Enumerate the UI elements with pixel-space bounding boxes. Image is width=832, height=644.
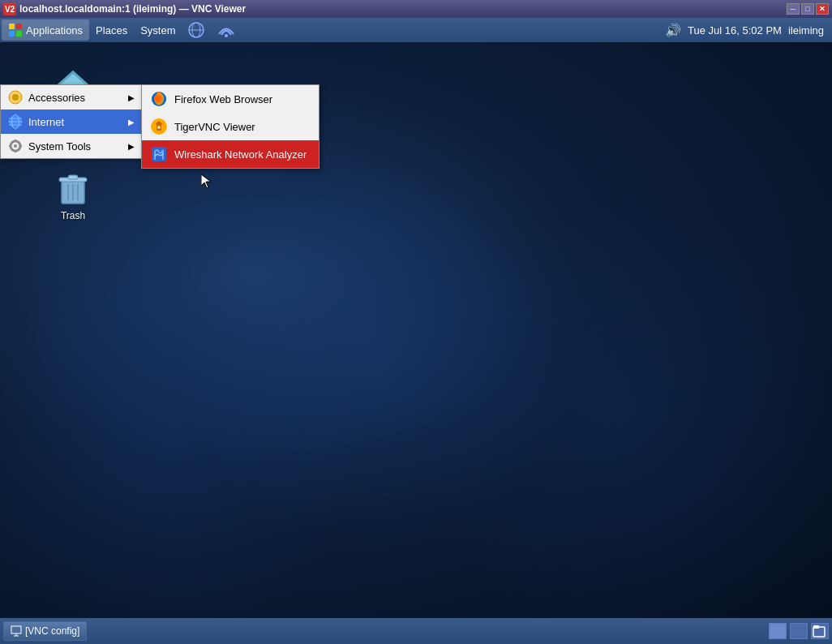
svg-rect-1 <box>16 24 22 29</box>
menu-item-accessories[interactable]: Accessories ▶ <box>1 85 141 109</box>
taskbar: [VNC config] <box>0 618 832 644</box>
menu-item-internet[interactable]: Internet ▶ <box>1 109 141 134</box>
desktop-icon-trash[interactable]: Trash <box>41 168 105 221</box>
wireshark-icon <box>150 145 168 163</box>
menu-item-system-tools[interactable]: System Tools ▶ <box>1 134 141 158</box>
system-tools-arrow: ▶ <box>128 142 135 151</box>
svg-rect-26 <box>9 145 11 147</box>
minimize-button[interactable]: ─ <box>787 3 800 15</box>
submenu-item-firefox[interactable]: Firefox Web Browser <box>142 85 319 113</box>
system-tools-label: System Tools <box>28 140 91 152</box>
submenu-item-wireshark[interactable]: Wireshark Network Analyzer <box>142 140 319 168</box>
applications-icon <box>8 23 23 37</box>
svg-rect-37 <box>813 625 819 629</box>
mouse-cursor <box>201 174 209 187</box>
volume-icon: 🔊 <box>665 23 681 38</box>
system-menu-button[interactable]: System <box>134 19 182 41</box>
menubar-right: 🔊 Tue Jul 16, 5:02 PM ileiming <box>665 23 830 38</box>
close-button[interactable]: ✕ <box>816 3 829 15</box>
svg-rect-24 <box>15 140 16 142</box>
accessories-arrow: ▶ <box>128 93 135 102</box>
svg-rect-33 <box>11 626 21 633</box>
svg-point-23 <box>14 144 17 148</box>
titlebar: V2 localhost.localdomain:1 (ileiming) — … <box>0 0 832 18</box>
svg-rect-0 <box>9 24 15 29</box>
internet-label: Internet <box>28 116 64 128</box>
svg-rect-11 <box>68 175 78 179</box>
network-icon-2 <box>211 19 242 41</box>
svg-point-7 <box>225 34 228 37</box>
applications-menu: Accessories ▶ Internet ▶ <box>0 84 142 159</box>
menubar: Applications Places System 🔊 Tue Jul 16,… <box>0 18 832 42</box>
applications-menu-button[interactable]: Applications <box>2 19 89 41</box>
svg-point-16 <box>12 94 19 101</box>
vnc-config-label: [VNC config] <box>25 625 79 637</box>
places-menu-button[interactable]: Places <box>89 19 134 41</box>
titlebar-icon: V2 <box>3 2 16 15</box>
accessories-icon <box>7 89 24 105</box>
svg-rect-32 <box>152 147 166 161</box>
firefox-icon <box>150 90 168 108</box>
places-label: Places <box>96 24 127 36</box>
window-controls: ─ □ ✕ <box>787 3 829 15</box>
vnc-config-icon <box>11 625 22 637</box>
internet-submenu: Firefox Web Browser TigerVNC Viewer <box>141 84 320 169</box>
svg-rect-2 <box>9 31 15 36</box>
applications-label: Applications <box>26 24 83 36</box>
svg-point-31 <box>157 126 161 129</box>
svg-rect-27 <box>19 145 22 147</box>
firefox-label: Firefox Web Browser <box>174 93 272 105</box>
network-icon-1 <box>182 19 211 41</box>
accessories-label: Accessories <box>28 92 85 104</box>
taskbar-right <box>769 623 829 639</box>
wireshark-label: Wireshark Network Analyzer <box>174 148 307 161</box>
internet-arrow: ▶ <box>128 118 135 127</box>
workspace-1[interactable] <box>769 623 787 639</box>
vnc-config-button[interactable]: [VNC config] <box>3 621 87 641</box>
internet-menu-icon <box>7 114 24 130</box>
tigervnc-label: TigerVNC Viewer <box>174 121 255 133</box>
files-button[interactable] <box>811 623 829 639</box>
svg-rect-3 <box>16 31 22 36</box>
svg-rect-25 <box>15 150 16 152</box>
username: ileiming <box>788 24 824 36</box>
system-tools-icon <box>7 138 24 154</box>
datetime: Tue Jul 16, 5:02 PM <box>688 24 782 36</box>
tigervnc-icon <box>150 118 168 135</box>
maximize-button[interactable]: □ <box>801 3 814 15</box>
system-label: System <box>140 24 175 36</box>
workspace-2[interactable] <box>790 623 808 639</box>
titlebar-title: localhost.localdomain:1 (ileiming) — VNC… <box>19 3 787 15</box>
desktop: ileiming's Home Trash <box>0 42 832 618</box>
trash-label: Trash <box>61 210 85 221</box>
trash-icon <box>54 168 92 207</box>
submenu-item-tigervnc[interactable]: TigerVNC Viewer <box>142 113 319 140</box>
